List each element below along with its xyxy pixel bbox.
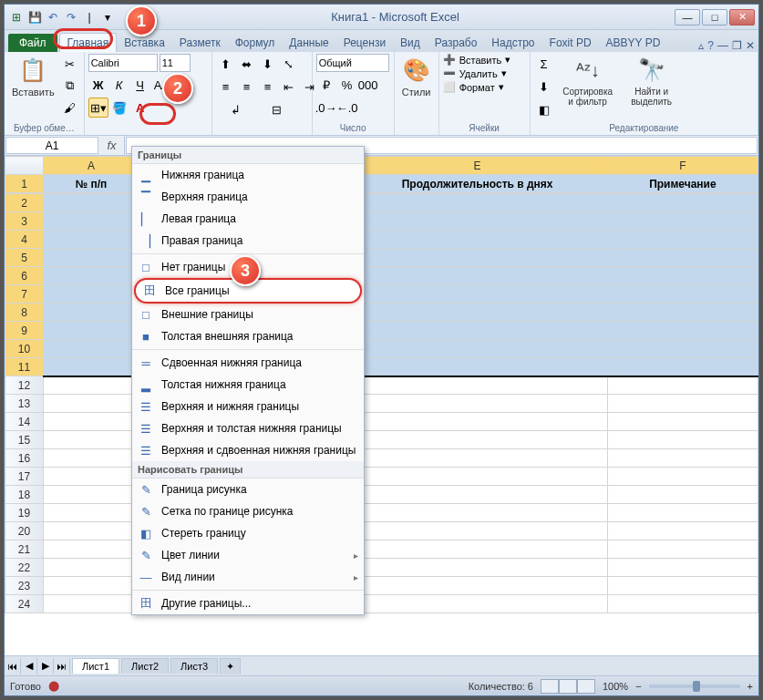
cell[interactable] [607,194,758,212]
borders-button[interactable]: ⊞▾ [88,98,108,118]
view-page-icon[interactable] [559,679,577,694]
border-menu-item[interactable]: ☰Верхняя и нижняя границы [132,396,364,417]
dec-decimal-icon[interactable]: ←.0 [337,98,357,118]
border-menu-item[interactable]: ✎Сетка по границе рисунка [132,500,364,522]
cell[interactable] [44,358,139,376]
cell[interactable] [607,322,758,340]
cell[interactable] [347,486,607,504]
cell[interactable] [607,212,758,231]
cell[interactable] [44,376,139,395]
sheet-tab-2[interactable]: Лист2 [121,658,169,674]
cell[interactable] [607,304,758,322]
sheet-tab-3[interactable]: Лист3 [170,658,218,674]
cell[interactable] [44,322,139,340]
tab-dev[interactable]: Разрабо [428,34,485,52]
comma-icon[interactable]: 000 [358,75,378,95]
cell[interactable] [44,486,139,504]
col-header-E[interactable]: E [347,157,607,175]
cell[interactable] [607,504,758,522]
zoom-out-icon[interactable]: − [635,681,641,692]
row-header-8[interactable]: 8 [5,304,44,322]
copy-icon[interactable]: ⧉ [60,76,80,96]
italic-button[interactable]: К [109,75,129,95]
cell[interactable] [44,285,139,304]
cell[interactable] [44,504,139,522]
view-normal-icon[interactable] [541,679,559,694]
save-icon[interactable]: 💾 [26,9,43,26]
minimize-button[interactable]: — [675,9,700,26]
clear-icon[interactable]: ◧ [534,99,554,119]
paste-button[interactable]: 📋 Вставить [8,54,58,99]
cell[interactable] [347,413,607,431]
bold-button[interactable]: Ж [88,75,108,95]
row-header-2[interactable]: 2 [5,194,44,212]
row-header-23[interactable]: 23 [5,577,44,595]
align-middle-icon[interactable]: ⬌ [237,54,257,74]
cell[interactable] [44,522,139,540]
cell[interactable] [607,577,758,595]
cell[interactable] [607,340,758,358]
sheet-nav-next-icon[interactable]: ▶ [37,658,54,674]
row-header-4[interactable]: 4 [5,231,44,249]
wrap-text-icon[interactable]: ↲ [216,99,256,119]
cell[interactable] [44,194,139,212]
tab-abbyy[interactable]: ABBYY PD [599,34,668,52]
border-menu-item[interactable]: ▔Верхняя граница [132,186,364,208]
row-header-24[interactable]: 24 [5,595,44,613]
align-bottom-icon[interactable]: ⬇ [258,54,278,74]
view-break-icon[interactable] [577,679,595,694]
cell[interactable] [44,449,139,468]
cell[interactable] [607,285,758,304]
sheet-body[interactable]: 23456789101112131415161718192021222324 [5,193,758,613]
cell[interactable] [607,522,758,540]
cell[interactable] [347,194,607,212]
cell[interactable] [44,249,139,267]
border-menu-item[interactable]: ▁Нижняя граница [132,164,364,186]
spreadsheet[interactable]: A B D E F 1 № п/п На Дата начала Продолж… [5,156,758,193]
autosum-icon[interactable]: Σ [534,54,554,74]
row-header-9[interactable]: 9 [5,322,44,340]
cell[interactable] [347,595,607,613]
tab-foxit[interactable]: Foxit PD [542,34,599,52]
row-header-6[interactable]: 6 [5,267,44,285]
font-name-select[interactable] [88,54,158,72]
new-sheet-button[interactable]: ✦ [220,658,241,674]
redo-icon[interactable]: ↷ [63,9,79,26]
cell[interactable] [44,468,139,486]
row-header-7[interactable]: 7 [5,285,44,304]
sheet-tab-1[interactable]: Лист1 [72,658,119,674]
align-top-icon[interactable]: ⬆ [216,54,236,74]
cell-F1[interactable]: Примечание [607,175,758,193]
cell[interactable] [347,358,607,376]
cell[interactable] [607,376,758,395]
cell[interactable] [607,595,758,613]
sheet-nav-last-icon[interactable]: ⏭ [54,658,70,674]
cell[interactable] [347,559,607,577]
border-menu-item[interactable]: ✎Цвет линии▸ [132,544,364,566]
cell-E1[interactable]: Продолжительность в днях [347,175,607,193]
border-menu-item[interactable]: ▂Толстая нижняя граница [132,374,364,396]
cell-A1[interactable]: № п/п [44,175,139,193]
border-menu-item[interactable]: ═Сдвоенная нижняя граница [132,352,364,374]
inc-decimal-icon[interactable]: .0→ [316,98,336,118]
cell[interactable] [347,449,607,468]
cell[interactable] [607,559,758,577]
format-painter-icon[interactable]: 🖌 [60,98,80,118]
doc-restore-icon[interactable]: ❐ [732,39,742,52]
cell[interactable] [347,540,607,559]
cells-delete-button[interactable]: ➖Удалить ▾ [443,67,507,79]
cell[interactable] [607,449,758,468]
cell[interactable] [607,431,758,449]
border-menu-item[interactable]: ☰Верхняя и сдвоенная нижняя границы [132,439,364,461]
border-menu-item[interactable]: ■Толстая внешняя граница [132,325,364,347]
sheet-nav-prev-icon[interactable]: ◀ [21,658,37,674]
cell[interactable] [347,249,607,267]
cell[interactable] [44,340,139,358]
cell[interactable] [44,431,139,449]
row-header-22[interactable]: 22 [5,559,44,577]
tab-layout[interactable]: Разметк [172,34,228,52]
cell[interactable] [607,413,758,431]
underline-button[interactable]: Ч [130,75,150,95]
fx-button[interactable]: fx [99,136,125,155]
cell[interactable] [347,376,607,395]
